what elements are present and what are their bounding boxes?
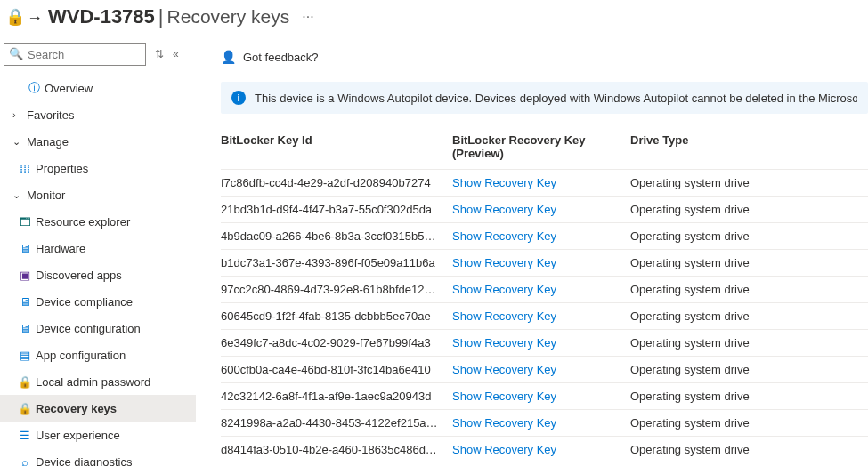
nav-label: Local admin password [36, 375, 150, 389]
show-recovery-key-link[interactable]: Show Recovery Key [452, 336, 556, 350]
show-recovery-key-link[interactable]: Show Recovery Key [452, 203, 556, 216]
table-row: b1dc73a1-367e-4393-896f-f05e09a11b6aShow… [221, 249, 868, 276]
cell-drive-type: Operating system drive [630, 390, 868, 403]
title-separator: | [155, 5, 167, 28]
nav-user-experience[interactable]: ☰ User experience [0, 422, 196, 448]
nav-monitor[interactable]: ⌄ Monitor [0, 181, 196, 208]
nav-label: Overview [45, 82, 93, 95]
show-recovery-key-link[interactable]: Show Recovery Key [452, 176, 556, 189]
col-header-recovery[interactable]: BitLocker Recovery Key (Preview) [452, 133, 630, 160]
table-row: 600cfb0a-ca4e-46bd-810f-3fc14ba6e410Show… [221, 356, 868, 382]
arrow-right-icon: → [27, 9, 43, 28]
feedback-button[interactable]: 👤 Got feedback? [221, 41, 868, 73]
cell-drive-type: Operating system drive [630, 443, 868, 456]
nav-label: Device compliance [36, 295, 133, 309]
chevron-right-icon: › [12, 109, 25, 120]
recovery-keys-table: BitLocker Key Id BitLocker Recovery Key … [221, 128, 868, 466]
search-icon: 🔍 [9, 47, 23, 60]
show-recovery-key-link[interactable]: Show Recovery Key [452, 363, 556, 376]
cell-recovery-link: Show Recovery Key [452, 336, 630, 350]
feedback-label: Got feedback? [243, 51, 319, 64]
show-recovery-key-link[interactable]: Show Recovery Key [452, 229, 556, 243]
app-config-icon: ▤ [16, 349, 34, 362]
cell-drive-type: Operating system drive [630, 416, 868, 430]
config-icon: 🖥 [16, 322, 34, 335]
show-recovery-key-link[interactable]: Show Recovery Key [452, 443, 556, 456]
nav-label: Resource explorer [36, 215, 130, 229]
more-options-button[interactable]: ··· [302, 9, 313, 25]
table-row: 6e349fc7-a8dc-4c02-9029-f7e67b99f4a3Show… [221, 329, 868, 356]
cell-drive-type: Operating system drive [630, 256, 868, 269]
nav-resource-explorer[interactable]: 🗔 Resource explorer [0, 208, 196, 235]
nav-device-configuration[interactable]: 🖥 Device configuration [0, 315, 196, 341]
window-icon: 🗔 [16, 215, 34, 229]
nav-device-diagnostics[interactable]: ⌕ Device diagnostics [0, 448, 196, 466]
nav-manage[interactable]: ⌄ Manage [0, 128, 196, 155]
search-input[interactable] [4, 43, 146, 66]
list-icon: ☰ [16, 429, 34, 442]
table-row: 97cc2c80-4869-4d73-92e8-61b8bfde12…Show … [221, 276, 868, 302]
cell-recovery-link: Show Recovery Key [452, 390, 630, 403]
lock-icon: 🔒 [5, 7, 25, 27]
info-text: This device is a Windows Autopilot devic… [255, 92, 857, 105]
cell-drive-type: Operating system drive [630, 283, 868, 296]
feedback-icon: 👤 [221, 50, 236, 64]
show-recovery-key-link[interactable]: Show Recovery Key [452, 309, 556, 323]
show-recovery-key-link[interactable]: Show Recovery Key [452, 283, 556, 296]
nav-overview[interactable]: ⓘ Overview [0, 75, 196, 101]
nav-properties[interactable]: ⁞⁞⁞ Properties [0, 155, 196, 181]
diagnostics-icon: ⌕ [16, 455, 34, 467]
table-header: BitLocker Key Id BitLocker Recovery Key … [221, 128, 868, 169]
cell-key-id: 21bd3b1d-d9f4-4f47-b3a7-55c0f302d5da [221, 203, 452, 216]
page-header: 🔒 → WVD-13785 | Recovery keys ··· [0, 0, 868, 39]
cell-key-id: b1dc73a1-367e-4393-896f-f05e09a11b6a [221, 256, 452, 269]
lock-icon: 🔒 [16, 402, 34, 415]
nav-hardware[interactable]: 🖥 Hardware [0, 235, 196, 261]
nav-device-compliance[interactable]: 🖥 Device compliance [0, 288, 196, 315]
cell-drive-type: Operating system drive [630, 309, 868, 323]
nav-label: Hardware [36, 242, 85, 255]
cell-drive-type: Operating system drive [630, 229, 868, 243]
nav-discovered-apps[interactable]: ▣ Discovered apps [0, 261, 196, 288]
sort-toggle[interactable]: ⇅ [155, 48, 164, 60]
cell-recovery-link: Show Recovery Key [452, 416, 630, 430]
properties-icon: ⁞⁞⁞ [16, 162, 34, 175]
nav-label: Monitor [27, 189, 65, 202]
sidebar: 🔍 ⇅ « ⓘ Overview › Favorites ⌄ Manage [0, 39, 196, 466]
nav-label: Device diagnostics [36, 455, 132, 467]
cell-drive-type: Operating system drive [630, 336, 868, 350]
cell-drive-type: Operating system drive [630, 176, 868, 189]
cell-key-id: f7c86dfb-cc4d-4e29-a2df-d208940b7274 [221, 176, 452, 189]
show-recovery-key-link[interactable]: Show Recovery Key [452, 416, 556, 430]
cell-recovery-link: Show Recovery Key [452, 309, 630, 323]
nav-label: Recovery keys [36, 402, 117, 415]
cell-recovery-link: Show Recovery Key [452, 256, 630, 269]
cell-key-id: 600cfb0a-ca4e-46bd-810f-3fc14ba6e410 [221, 363, 452, 376]
table-row: 21bd3b1d-d9f4-4f47-b3a7-55c0f302d5daShow… [221, 196, 868, 222]
nav-recovery-keys[interactable]: 🔒 Recovery keys [0, 395, 196, 422]
col-header-drive-type[interactable]: Drive Type [630, 133, 868, 160]
nav-local-admin-password[interactable]: 🔒 Local admin password [0, 368, 196, 395]
show-recovery-key-link[interactable]: Show Recovery Key [452, 256, 556, 269]
chevron-down-icon: ⌄ [12, 189, 25, 201]
main-content: 👤 Got feedback? i This device is a Windo… [196, 39, 868, 466]
cell-recovery-link: Show Recovery Key [452, 229, 630, 243]
nav-favorites[interactable]: › Favorites [0, 101, 196, 128]
nav-app-configuration[interactable]: ▤ App configuration [0, 341, 196, 368]
chevron-down-icon: ⌄ [12, 136, 25, 148]
col-header-key-id[interactable]: BitLocker Key Id [221, 133, 452, 160]
cell-recovery-link: Show Recovery Key [452, 363, 630, 376]
lock-icon: 🔒 [16, 375, 34, 389]
nav-label: Discovered apps [36, 269, 122, 282]
compliance-icon: 🖥 [16, 295, 34, 309]
search-container: 🔍 [4, 43, 146, 66]
apps-icon: ▣ [16, 269, 34, 282]
table-row: 4b9dac09-a266-4be6-8b3a-3ccf0315b5…Show … [221, 222, 868, 249]
info-icon: i [231, 91, 246, 105]
cell-key-id: 4b9dac09-a266-4be6-8b3a-3ccf0315b5… [221, 229, 452, 243]
collapse-sidebar-button[interactable]: « [173, 48, 179, 60]
nav-label: Manage [27, 135, 69, 149]
cell-key-id: 97cc2c80-4869-4d73-92e8-61b8bfde12… [221, 283, 452, 296]
show-recovery-key-link[interactable]: Show Recovery Key [452, 390, 556, 403]
page-title: Recovery keys [167, 6, 290, 28]
